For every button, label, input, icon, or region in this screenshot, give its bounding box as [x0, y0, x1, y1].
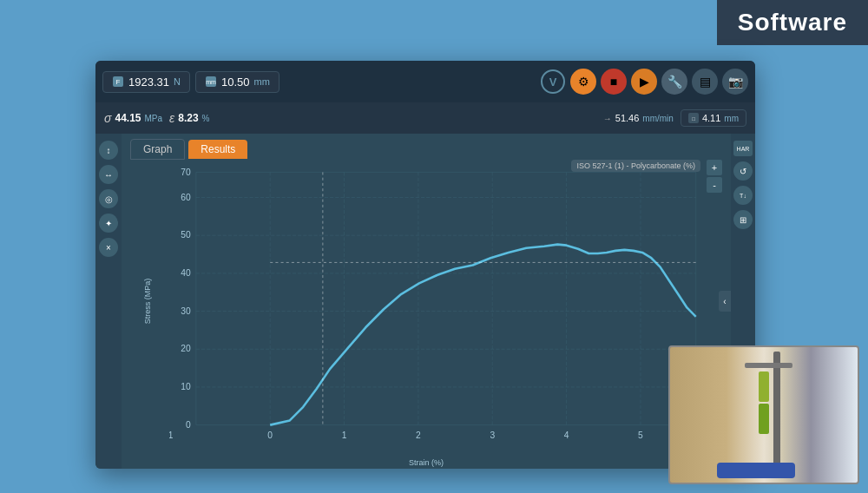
toolbar-right[interactable]: ⚙ ■ ▶ 🔧 ▤ 📷: [570, 69, 748, 95]
sidebar-btn-zoom-x[interactable]: ↔: [99, 165, 118, 184]
toolbar2-right: → 51.46 mm/min □ 4.11 mm: [603, 109, 746, 127]
left-sidebar: ↕ ↔ ◎ ✦ ×: [95, 134, 122, 469]
extension-display: mm 10.50 mm: [195, 71, 279, 93]
svg-text:mm: mm: [206, 79, 216, 85]
speed-display: → 51.46 mm/min: [603, 113, 674, 123]
tab-bar: Graph Results: [122, 134, 731, 160]
monitor-button[interactable]: ▤: [692, 69, 718, 95]
ext2-value: 4.11: [702, 113, 720, 123]
camera-thumbnail: [668, 345, 859, 484]
machine-pillar: [773, 352, 780, 470]
sigma-display: σ 44.15 MPa: [104, 111, 162, 125]
sigma-unit: MPa: [144, 114, 162, 123]
svg-text:50: 50: [181, 230, 191, 240]
wrench-button[interactable]: 🔧: [661, 69, 687, 95]
tab-results[interactable]: Results: [188, 140, 247, 159]
toolbar2-left: σ 44.15 MPa ε 8.23 %: [104, 111, 595, 125]
toolbar-row1: F 1923.31 N mm 10.50 mm V ⚙: [95, 61, 755, 102]
tab-graph[interactable]: Graph: [130, 139, 185, 160]
extension-icon: mm: [205, 76, 217, 88]
toolbar-left: F 1923.31 N mm 10.50 mm: [102, 71, 536, 93]
sigma-symbol: σ: [104, 111, 111, 125]
svg-text:1: 1: [342, 431, 347, 440]
svg-text:60: 60: [181, 193, 191, 202]
machine-base: [717, 463, 795, 478]
stop-button[interactable]: ■: [601, 69, 627, 95]
ext2-icon: □: [688, 113, 699, 123]
svg-text:□: □: [692, 116, 695, 122]
chart-container: Graph Results ISO 527-1 (1) - Polycarbon…: [122, 134, 731, 469]
svg-text:0: 0: [186, 420, 191, 430]
svg-text:40: 40: [181, 268, 191, 278]
svg-text:3: 3: [490, 431, 495, 440]
settings-button[interactable]: ⚙: [570, 69, 596, 95]
camera-content: [670, 347, 858, 483]
sidebar-btn-crosshair[interactable]: ✦: [99, 214, 118, 233]
svg-text:4: 4: [564, 431, 569, 440]
svg-text:F: F: [116, 78, 121, 86]
right-btn-grid[interactable]: ⊞: [733, 210, 753, 229]
extension-unit: mm: [254, 76, 270, 87]
software-banner: Software: [717, 0, 868, 45]
epsilon-unit: %: [202, 114, 210, 123]
svg-text:30: 30: [181, 306, 191, 316]
epsilon-value: 8.23: [178, 112, 198, 124]
right-btn-rotate[interactable]: ↺: [733, 161, 753, 181]
force-display: F 1923.31 N: [102, 71, 190, 93]
sidebar-btn-close[interactable]: ×: [99, 238, 118, 257]
grip-bottom: [759, 404, 769, 434]
machine-overlay: [670, 347, 858, 483]
toolbar-row2: σ 44.15 MPa ε 8.23 % → 51.46 mm/min □: [95, 102, 755, 134]
svg-text:70: 70: [181, 167, 191, 176]
chart-svg: 0 10 20 30 40 50 60 70 -1 0 1 2 3 4 5: [169, 163, 705, 469]
right-btn-har[interactable]: HAR: [733, 141, 753, 156]
speed-unit: mm/min: [642, 114, 674, 123]
ext2-unit: mm: [724, 114, 739, 123]
collapse-arrow[interactable]: ‹: [719, 291, 731, 312]
ext2-display: □ 4.11 mm: [681, 109, 746, 127]
sigma-value: 44.15: [115, 112, 141, 124]
svg-text:0: 0: [267, 431, 273, 440]
grip-top: [759, 371, 769, 402]
force-value: 1923.31: [128, 76, 169, 89]
content-area: ↕ ↔ ◎ ✦ × Graph Results ISO 527-1 (1) - …: [95, 134, 755, 469]
svg-text:20: 20: [181, 344, 191, 353]
speed-value: 51.46: [615, 113, 640, 123]
extension-value: 10.50: [221, 76, 250, 89]
svg-text:10: 10: [181, 382, 191, 391]
svg-text:5: 5: [638, 431, 643, 440]
stress-strain-curve: [270, 245, 696, 425]
force-icon: F: [112, 76, 124, 88]
v-logo: V: [541, 69, 565, 94]
toolbar-center: V: [541, 69, 565, 94]
run-button[interactable]: ▶: [631, 69, 657, 95]
chart-svg-wrapper: 0 10 20 30 40 50 60 70 -1 0 1 2 3 4 5: [122, 160, 731, 469]
svg-text:-1: -1: [169, 431, 174, 440]
epsilon-symbol: ε: [169, 111, 174, 125]
force-unit: N: [174, 76, 181, 87]
epsilon-display: ε 8.23 %: [169, 111, 209, 125]
app-window: F 1923.31 N mm 10.50 mm V ⚙: [95, 61, 755, 469]
machine-arm: [745, 363, 792, 368]
sidebar-btn-zoom-all[interactable]: ◎: [99, 189, 118, 208]
camera-button[interactable]: 📷: [722, 69, 748, 95]
speed-icon: →: [603, 114, 612, 123]
svg-text:2: 2: [416, 431, 421, 440]
right-btn-ts[interactable]: T↓: [733, 186, 753, 205]
sidebar-btn-zoom-y[interactable]: ↕: [99, 141, 118, 160]
